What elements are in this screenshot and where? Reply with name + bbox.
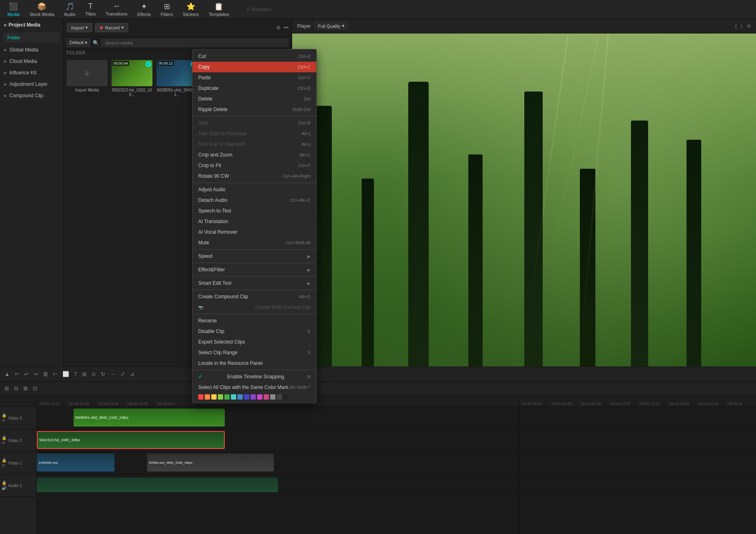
toolbar-transitions[interactable]: ↔ Transitions bbox=[102, 0, 132, 18]
timeline-tool-redo[interactable]: ↪ bbox=[32, 370, 39, 378]
color-dot-lime[interactable] bbox=[218, 394, 223, 400]
ruler-spacer bbox=[0, 395, 36, 407]
color-dot-red[interactable] bbox=[198, 394, 204, 400]
ctx-duplicate[interactable]: Duplicate Ctrl+D bbox=[192, 83, 316, 94]
record-button[interactable]: ⏺ Record ▾ bbox=[95, 23, 128, 32]
clip-video1b[interactable]: 52696-uhd_3840_2160_30fps bbox=[147, 454, 274, 471]
timeline-tool-more5[interactable]: ⤢ bbox=[119, 370, 126, 378]
ctx-adjust-audio[interactable]: Adjust Audio bbox=[192, 184, 316, 195]
track-v3-lock[interactable]: 🔒 bbox=[2, 413, 7, 418]
search-input[interactable] bbox=[101, 39, 289, 47]
ctx-ai-translation[interactable]: AI Translation bbox=[192, 216, 316, 227]
timeline-more-icon[interactable]: ⊡ bbox=[31, 384, 38, 392]
more-icon[interactable]: ••• bbox=[283, 25, 289, 31]
color-dot-teal[interactable] bbox=[231, 394, 236, 400]
ctx-copy-label: Copy bbox=[198, 64, 210, 70]
timeline-tool-more6[interactable]: ⊿ bbox=[129, 370, 136, 378]
ctx-select-color[interactable]: Select All Clips with the Same Color Mar… bbox=[192, 382, 316, 393]
clip-video1a[interactable]: 1409999-uhd bbox=[37, 454, 114, 471]
timeline-tool-select[interactable]: ▲ bbox=[3, 370, 11, 378]
ctx-crop-zoom[interactable]: Crop and Zoom Alt+C bbox=[192, 150, 316, 160]
timeline-magnet-icon[interactable]: ⊟ bbox=[13, 384, 20, 392]
sidebar-item-compound-clip[interactable]: ▶ Compound Clip bbox=[0, 90, 63, 101]
timeline-tool-delete[interactable]: 🗑 bbox=[42, 370, 49, 378]
color-dot-black[interactable] bbox=[283, 394, 289, 400]
timeline-tool-more3[interactable]: ↻ bbox=[100, 370, 107, 378]
sidebar-item-cloud-media[interactable]: ▶ Cloud Media bbox=[0, 56, 63, 67]
timeline-tool-text[interactable]: T bbox=[73, 370, 78, 378]
color-dot-gray[interactable] bbox=[270, 394, 275, 400]
timeline-tool-split[interactable]: ⊢ bbox=[52, 370, 59, 378]
ctx-copy[interactable]: Copy Ctrl+C bbox=[192, 62, 316, 72]
toolbar-stickers[interactable]: ⭐ Stickers bbox=[179, 0, 203, 18]
ctx-export-selected[interactable]: Export Selected Clips bbox=[192, 337, 316, 347]
ctx-crop-fit[interactable]: Crop to Fit Ctrl+F bbox=[192, 160, 316, 171]
ctx-select-range[interactable]: Select Clip Range X bbox=[192, 347, 316, 358]
clip-audio[interactable] bbox=[37, 478, 278, 492]
track-v3-eye[interactable]: 👁 bbox=[2, 418, 7, 423]
timeline-tool-blade[interactable]: ✂ bbox=[13, 370, 20, 378]
ctx-smart-edit[interactable]: Smart Edit Tool ▶ bbox=[192, 278, 316, 288]
player-bracket-right-icon[interactable]: } bbox=[741, 23, 743, 29]
ctx-effect-filter[interactable]: Effect&Filter ▶ bbox=[192, 264, 316, 275]
timeline-tool-more2[interactable]: ⊙ bbox=[90, 370, 97, 378]
track-v1-lock[interactable]: 🔒 bbox=[2, 458, 7, 463]
ctx-locate-resource[interactable]: Locate in the Resource Panel bbox=[192, 358, 316, 369]
color-dot-dark-gray[interactable] bbox=[277, 394, 282, 400]
track-a1-lock[interactable]: 🔒 bbox=[2, 480, 7, 485]
track-v2-eye[interactable]: 👁 bbox=[2, 441, 7, 445]
ctx-disable-clip[interactable]: Disable Clip E bbox=[192, 326, 316, 337]
toolbar-effects[interactable]: ✦ Effects bbox=[133, 0, 155, 18]
clip-video3[interactable]: 5608091-uhd_3840_2160_24fps bbox=[74, 409, 225, 427]
ctx-timeline-snapping[interactable]: ✓ Enable Timeline Snapping N bbox=[192, 371, 316, 382]
ctx-cut[interactable]: Cut Ctrl+X bbox=[192, 51, 316, 62]
sidebar-item-influence-kit[interactable]: ▶ Influence Kit bbox=[0, 67, 63, 78]
timeline-snap-icon[interactable]: ⊞ bbox=[3, 384, 10, 392]
clip-video1a-label: 1409999-uhd bbox=[38, 461, 58, 465]
filter-icon[interactable]: ⚙ bbox=[276, 25, 281, 31]
track-v1-eye[interactable]: 👁 bbox=[2, 463, 7, 468]
color-dot-purple[interactable] bbox=[251, 394, 256, 400]
ctx-delete[interactable]: Delete Del bbox=[192, 94, 316, 104]
color-dot-yellow[interactable] bbox=[211, 394, 217, 400]
toolbar-templates[interactable]: 📋 Templates bbox=[204, 0, 233, 18]
color-dot-blue[interactable] bbox=[237, 394, 243, 400]
player-bracket-left-icon[interactable]: { bbox=[735, 23, 737, 29]
color-dot-dark-blue[interactable] bbox=[244, 394, 249, 400]
ctx-speech-to-text[interactable]: Speech-to-Text bbox=[192, 206, 316, 216]
color-dot-orange[interactable] bbox=[205, 394, 210, 400]
color-dot-pink[interactable] bbox=[264, 394, 269, 400]
ctx-ripple-delete[interactable]: Ripple Delete Shift+Del bbox=[192, 104, 316, 115]
import-button[interactable]: Import ▾ bbox=[67, 23, 92, 32]
timeline-tool-undo[interactable]: ↩ bbox=[23, 370, 30, 378]
color-dot-green[interactable] bbox=[224, 394, 230, 400]
ctx-rename[interactable]: Rename bbox=[192, 315, 316, 326]
toolbar-media[interactable]: ⬛ Media bbox=[3, 0, 24, 18]
toolbar-titles[interactable]: T Titles bbox=[81, 0, 100, 18]
view-select[interactable]: Default ▾ bbox=[67, 38, 90, 47]
ctx-ai-vocal-remover[interactable]: AI Vocal Remover bbox=[192, 227, 316, 237]
ctx-speed[interactable]: Speed ▶ bbox=[192, 251, 316, 261]
ctx-rotate[interactable]: Rotate 90 CW Ctrl+Alt+Right bbox=[192, 171, 316, 181]
timeline-tool-crop[interactable]: ⬜ bbox=[61, 370, 70, 378]
ctx-detach-audio[interactable]: Detach Audio Ctrl+Alt+D bbox=[192, 195, 316, 206]
ctx-trim-end-label: Trim End to Playhead bbox=[198, 141, 245, 147]
sidebar-item-global-media[interactable]: ▶ Global Media bbox=[0, 44, 63, 56]
track-v2-lock[interactable]: 🔒 bbox=[2, 436, 7, 440]
player-settings-icon[interactable]: ⚙ bbox=[747, 23, 751, 29]
toolbar-audio[interactable]: 🎵 Audio bbox=[60, 0, 80, 18]
timeline-tool-more1[interactable]: ⊞ bbox=[81, 370, 88, 378]
timeline-link-icon[interactable]: ⊠ bbox=[22, 384, 29, 392]
player-quality-select[interactable]: Full Quality ▾ bbox=[314, 22, 348, 30]
track-a1-mute[interactable]: 🔊 bbox=[2, 486, 7, 490]
sidebar-folder[interactable]: Folder bbox=[3, 33, 60, 42]
toolbar-stock-media[interactable]: 📦 Stock Media bbox=[25, 0, 58, 18]
ctx-create-compound[interactable]: Create Compound Clip Alt+G bbox=[192, 291, 316, 302]
sidebar-item-adjustment-layer[interactable]: ▶ Adjustment Layer bbox=[0, 78, 63, 90]
ctx-mute[interactable]: Mute Ctrl+Shift+M bbox=[192, 237, 316, 248]
color-dot-magenta[interactable] bbox=[257, 394, 262, 400]
toolbar-filters[interactable]: ⊞ Filters bbox=[157, 0, 177, 18]
timeline-tool-more4[interactable]: → bbox=[109, 370, 117, 378]
clip-video2[interactable]: 5692323-hd_1080_30fps bbox=[37, 431, 225, 449]
ctx-paste[interactable]: Paste Ctrl+V bbox=[192, 72, 316, 83]
